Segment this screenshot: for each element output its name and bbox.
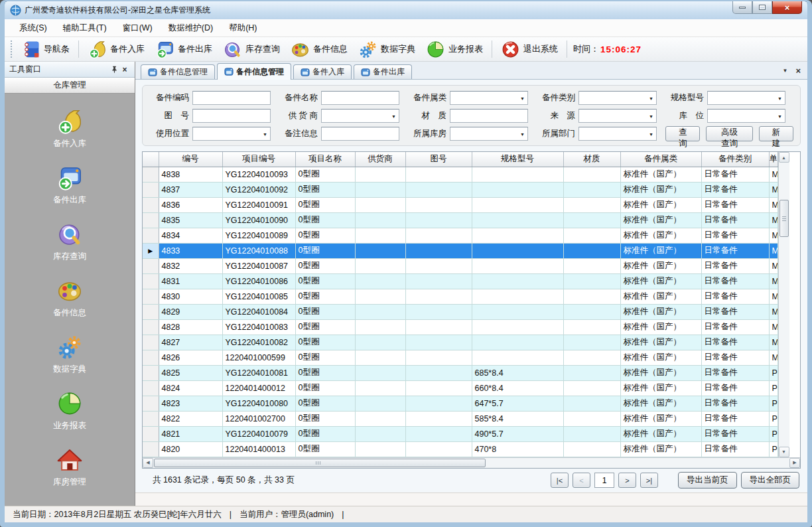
table-cell[interactable]: 日常备件 [701, 182, 769, 197]
table-cell[interactable] [405, 335, 472, 350]
table-row[interactable]: 482012204014000130型圈470*8标准件（国产）日常备件PC [143, 441, 778, 457]
table-cell[interactable]: 日常备件 [701, 350, 769, 365]
header-col[interactable]: 图号 [405, 152, 472, 167]
table-cell[interactable]: M [769, 182, 778, 197]
table-cell[interactable] [472, 350, 563, 365]
new-button[interactable]: 新建 [759, 126, 793, 141]
table-cell[interactable] [405, 167, 472, 182]
table-cell[interactable]: 标准件（国产） [620, 319, 701, 335]
table-cell[interactable]: 0型圈 [295, 365, 355, 380]
table-cell[interactable]: 4828 [159, 319, 222, 335]
toolbar-grip[interactable] [9, 40, 14, 58]
table-cell[interactable]: PC [769, 441, 778, 457]
table-cell[interactable]: M [769, 197, 778, 212]
table-cell[interactable]: 日常备件 [701, 273, 769, 289]
row-selector[interactable] [143, 380, 159, 396]
table-cell[interactable]: 标准件（国产） [620, 228, 701, 243]
table-cell[interactable] [355, 228, 405, 243]
sidebar-item-data-dictionary[interactable]: 数据字典 [53, 334, 86, 375]
maximize-button[interactable] [752, 1, 772, 14]
spec-model-select[interactable]: ▼ [707, 91, 785, 105]
toolbar-inventory-query-button[interactable]: 库存查询 [218, 38, 285, 60]
table-cell[interactable]: 4831 [159, 273, 222, 289]
header-col[interactable]: 备件类别 [701, 152, 769, 167]
table-cell[interactable] [563, 380, 620, 396]
table-cell[interactable]: YG12204010079 [222, 426, 295, 441]
page-number-input[interactable] [594, 473, 614, 488]
row-selector[interactable] [143, 258, 159, 273]
table-cell[interactable]: M [769, 228, 778, 243]
table-cell[interactable]: 660*8.4 [472, 380, 563, 396]
table-cell[interactable]: 1220401400012 [222, 380, 295, 396]
table-cell[interactable]: YG12204010089 [222, 228, 295, 243]
table-cell[interactable]: 日常备件 [701, 258, 769, 273]
table-cell[interactable]: M [769, 350, 778, 365]
table-cell[interactable]: 标准件（国产） [620, 258, 701, 273]
table-cell[interactable]: YG12204010091 [222, 197, 295, 212]
table-cell[interactable]: M [769, 243, 778, 258]
table-cell[interactable] [563, 350, 620, 365]
table-cell[interactable]: 日常备件 [701, 396, 769, 411]
table-cell[interactable]: 日常备件 [701, 304, 769, 319]
table-cell[interactable] [563, 167, 620, 182]
table-cell[interactable]: 4833 [159, 243, 222, 258]
table-cell[interactable] [405, 350, 472, 365]
table-cell[interactable] [472, 197, 563, 212]
tab-close-button[interactable]: × [795, 66, 801, 76]
sidebar-item-parts-info[interactable]: 备件信息 [53, 277, 86, 319]
location-select[interactable]: ▼ [707, 109, 785, 123]
table-row[interactable]: 4836YG122040100910型圈标准件（国产）日常备件M [143, 197, 778, 212]
table-cell[interactable] [472, 273, 563, 289]
material-input[interactable] [450, 109, 528, 123]
table-cell[interactable]: M [769, 212, 778, 228]
row-selector[interactable] [143, 426, 159, 441]
table-cell[interactable] [563, 441, 620, 457]
header-col[interactable]: 编号 [159, 152, 222, 167]
table-cell[interactable]: 4827 [159, 335, 222, 350]
table-cell[interactable]: 4825 [159, 365, 222, 380]
table-cell[interactable]: PC [769, 365, 778, 380]
table-row[interactable]: 482412204014000120型圈660*8.4标准件（国产）日常备件PC [143, 380, 778, 396]
table-cell[interactable] [355, 411, 405, 426]
source-select[interactable]: ▼ [578, 109, 657, 123]
table-cell[interactable]: 日常备件 [701, 167, 769, 182]
table-cell[interactable] [355, 335, 405, 350]
table-cell[interactable] [405, 411, 472, 426]
table-cell[interactable]: YG12204010087 [222, 258, 295, 273]
table-cell[interactable] [563, 197, 620, 212]
table-cell[interactable] [355, 380, 405, 396]
table-cell[interactable]: 标准件（国产） [620, 212, 701, 228]
table-cell[interactable]: 4824 [159, 380, 222, 396]
sidebar-item-warehouse-manage[interactable]: 库房管理 [53, 447, 86, 488]
table-row[interactable]: 482212204010027000型圈585*8.4标准件（国产）日常备件PC [143, 411, 778, 426]
table-cell[interactable]: 0型圈 [295, 182, 355, 197]
header-col[interactable]: 备件属类 [620, 152, 701, 167]
table-cell[interactable]: 标准件（国产） [620, 167, 701, 182]
toolbar-business-report-button[interactable]: 业务报表 [421, 38, 488, 60]
header-col[interactable]: 项目名称 [295, 152, 355, 167]
table-cell[interactable] [472, 212, 563, 228]
table-cell[interactable] [563, 289, 620, 304]
tab-parts-info-manage-2[interactable]: 备件信息管理 [217, 63, 291, 80]
table-cell[interactable] [472, 167, 563, 182]
table-cell[interactable]: PC [769, 380, 778, 396]
table-cell[interactable] [405, 182, 472, 197]
table-cell[interactable]: 标准件（国产） [620, 182, 701, 197]
table-cell[interactable]: 日常备件 [701, 426, 769, 441]
table-cell[interactable] [563, 182, 620, 197]
table-cell[interactable]: 4826 [159, 350, 222, 365]
menu-aux-tools[interactable]: 辅助工具(T) [55, 19, 115, 37]
table-cell[interactable]: 标准件（国产） [620, 243, 701, 258]
table-row[interactable]: 4821YG122040100790型圈490*5.7标准件（国产）日常备件PC [143, 426, 778, 441]
table-cell[interactable]: 647*5.7 [472, 396, 563, 411]
table-cell[interactable] [355, 273, 405, 289]
row-selector[interactable] [143, 289, 159, 304]
table-cell[interactable] [563, 319, 620, 335]
table-row[interactable]: 4828YG122040100830型圈标准件（国产）日常备件M [143, 319, 778, 335]
table-cell[interactable]: M [769, 273, 778, 289]
header-col[interactable]: 项目编号 [222, 152, 295, 167]
header-col[interactable]: 单位 [769, 152, 778, 167]
table-row[interactable]: 482612204010005990型圈标准件（国产）日常备件M [143, 350, 778, 365]
table-cell[interactable]: 日常备件 [701, 289, 769, 304]
table-cell[interactable]: 4834 [159, 228, 222, 243]
